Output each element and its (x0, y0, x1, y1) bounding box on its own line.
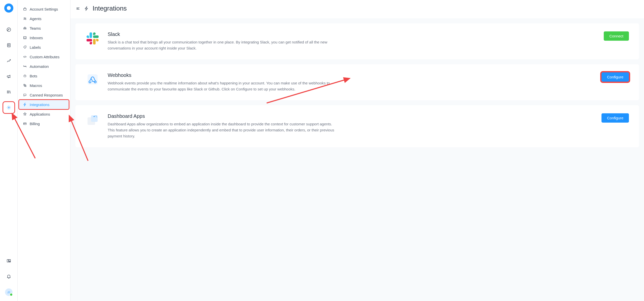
contact-book-icon (6, 43, 11, 48)
sidebar-item-label: Agents (30, 17, 42, 21)
books-icon (6, 89, 11, 94)
svg-point-15 (25, 66, 26, 67)
integration-description: Slack is a chat tool that brings all you… (108, 39, 339, 51)
svg-point-6 (9, 261, 10, 262)
tag-icon (23, 45, 27, 49)
svg-point-9 (25, 18, 26, 19)
briefcase-icon (23, 7, 27, 11)
sidebar-item-macros[interactable]: Macros (19, 81, 69, 90)
app-logo[interactable] (4, 4, 13, 13)
integration-description: Webhook events provide you the realtime … (108, 80, 339, 92)
sidebar-item-custom-attributes[interactable]: Custom Attributes (19, 52, 69, 61)
sidebar-item-labels[interactable]: Labels (19, 43, 69, 52)
svg-point-3 (8, 107, 9, 108)
integration-card-webhooks: Webhooks Webhook events provide you the … (75, 64, 639, 100)
sidebar-item-automation[interactable]: Automation (19, 62, 69, 71)
svg-rect-4 (7, 260, 9, 262)
sidebar-item-label: Account Settings (30, 7, 58, 11)
sidebar-item-label: Custom Attributes (30, 55, 59, 59)
sidebar-item-label: Macros (30, 83, 42, 88)
bell-icon (6, 274, 11, 279)
sidebar-item-label: Canned Responses (30, 93, 63, 97)
rail-help[interactable] (4, 87, 14, 97)
svg-point-11 (24, 28, 24, 29)
chat-reply-icon (23, 93, 27, 97)
people-icon (23, 16, 27, 21)
rail-docs[interactable] (4, 256, 14, 266)
gear-icon (6, 105, 11, 110)
sidebar-item-label: Integrations (30, 103, 49, 107)
integration-title: Dashboard Apps (108, 113, 593, 119)
code-icon (23, 55, 27, 59)
sidebar-item-integrations[interactable]: Integrations (19, 100, 69, 109)
megaphone-icon (6, 74, 11, 79)
inbox-icon (23, 35, 27, 40)
svg-rect-13 (24, 36, 26, 39)
dashboard-apps-icon (86, 113, 100, 127)
rail-campaigns[interactable] (4, 71, 14, 81)
integration-card-dashboard-apps: Dashboard Apps Dashboard Apps allow orga… (75, 105, 639, 147)
rail-conversations[interactable] (4, 25, 14, 35)
svg-rect-20 (88, 74, 98, 84)
slack-icon (86, 31, 100, 45)
team-icon (23, 26, 27, 30)
configure-button[interactable]: Configure (601, 72, 629, 82)
icon-rail: JJ (0, 0, 18, 301)
integrations-list: Slack Slack is a chat tool that brings a… (70, 18, 644, 147)
svg-point-14 (24, 66, 24, 67)
sidebar-item-label: Applications (30, 112, 50, 116)
bot-icon (23, 74, 27, 78)
sidebar-item-inboxes[interactable]: Inboxes (19, 33, 69, 42)
connect-button[interactable]: Connect (604, 31, 629, 41)
svg-rect-18 (25, 86, 26, 87)
integration-title: Webhooks (108, 72, 593, 78)
rail-reports[interactable] (4, 56, 14, 66)
sidebar-item-label: Automation (30, 64, 49, 69)
flash-icon (84, 6, 89, 11)
svg-point-2 (8, 44, 9, 45)
avatar-initials: JJ (7, 291, 10, 294)
svg-point-0 (7, 28, 11, 32)
macros-icon (23, 83, 27, 88)
svg-rect-17 (24, 84, 25, 85)
chat-icon (6, 27, 11, 32)
integration-card-slack: Slack Slack is a chat tool that brings a… (75, 23, 639, 59)
sidebar-item-teams[interactable]: Teams (19, 24, 69, 33)
panels-icon (6, 258, 11, 263)
sidebar-item-applications[interactable]: Applications (19, 110, 69, 119)
svg-point-12 (26, 28, 26, 29)
sidebar-item-label: Bots (30, 74, 37, 78)
flash-icon (23, 102, 27, 107)
card-icon (23, 121, 27, 126)
svg-point-8 (24, 18, 25, 19)
svg-point-10 (24, 27, 25, 28)
star-icon (23, 112, 27, 116)
page-title: Integrations (93, 5, 127, 12)
menu-icon[interactable] (75, 6, 80, 11)
sidebar-item-account-settings[interactable]: Account Settings (19, 5, 69, 14)
sidebar-item-label: Billing (30, 122, 40, 126)
sidebar-item-label: Teams (30, 26, 41, 30)
settings-sidebar: Account Settings Agents Teams Inboxes La… (18, 0, 70, 301)
sidebar-item-bots[interactable]: Bots (19, 71, 69, 80)
integration-description: Dashboard Apps allow organizations to em… (108, 121, 339, 139)
webhook-icon (86, 72, 100, 86)
svg-rect-16 (24, 75, 26, 77)
sidebar-item-canned-responses[interactable]: Canned Responses (19, 90, 69, 99)
rail-notifications[interactable] (4, 271, 14, 281)
main-content: Integrations Slack Slack is a chat tool … (70, 0, 644, 301)
chart-up-icon (6, 58, 11, 63)
automation-icon (23, 64, 27, 69)
configure-button[interactable]: Configure (601, 113, 629, 123)
sidebar-item-label: Inboxes (30, 36, 43, 40)
sidebar-item-agents[interactable]: Agents (19, 14, 69, 23)
svg-rect-7 (24, 8, 26, 10)
rail-settings[interactable] (4, 103, 14, 113)
sidebar-item-billing[interactable]: Billing (19, 119, 69, 128)
page-header: Integrations (70, 0, 644, 18)
sidebar-item-label: Labels (30, 45, 41, 49)
avatar[interactable]: JJ (5, 288, 13, 296)
integration-title: Slack (108, 31, 596, 37)
svg-rect-19 (24, 123, 26, 125)
rail-contacts[interactable] (4, 40, 14, 50)
